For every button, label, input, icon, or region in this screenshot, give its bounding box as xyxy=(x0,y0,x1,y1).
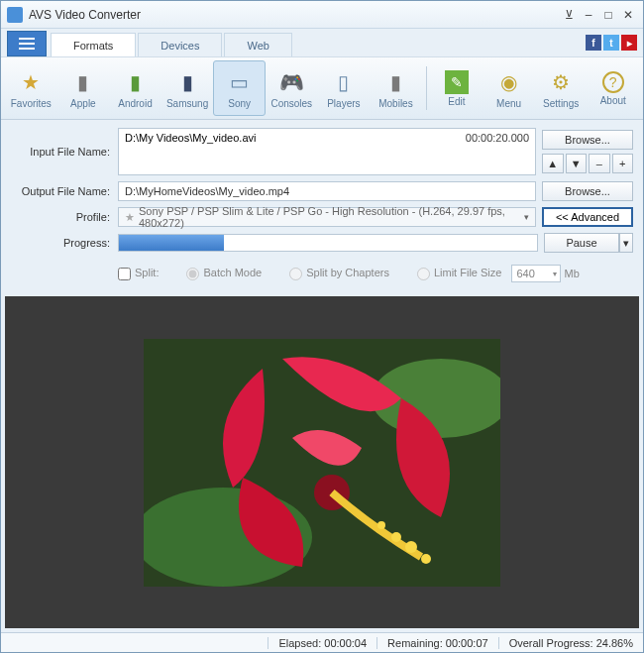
window-title: AVS Video Converter xyxy=(29,8,558,22)
facebook-icon[interactable]: f xyxy=(586,35,601,51)
advanced-button[interactable]: << Advanced xyxy=(542,207,633,227)
form-area: Input File Name: D:\My Videos\My_video.a… xyxy=(1,120,643,296)
profile-combo[interactable]: ★ Sony PSP / PSP Slim & Lite / PSP Go - … xyxy=(118,207,536,227)
input-file-path: D:\My Videos\My_video.avi xyxy=(125,132,256,144)
toolbar-sony[interactable]: ▭Sony xyxy=(213,60,266,116)
svg-point-5 xyxy=(421,554,431,564)
move-down-button[interactable]: ▼ xyxy=(566,154,588,173)
android-device-icon: ▮ xyxy=(121,68,149,96)
apple-device-icon: ▮ xyxy=(69,68,97,96)
edit-icon: ✎ xyxy=(445,70,469,94)
batch-mode-radio[interactable]: Batch Mode xyxy=(186,267,262,280)
app-window: AVS Video Converter ⊻ – □ ✕ Formats Devi… xyxy=(0,0,644,653)
social-links: f t ▸ xyxy=(586,29,643,56)
toolbar-menu[interactable]: ◉Menu xyxy=(483,60,535,116)
progress-label: Progress: xyxy=(11,237,118,249)
close-button[interactable]: ✕ xyxy=(619,7,637,23)
console-icon: 🎮 xyxy=(277,68,305,96)
browse-output-button[interactable]: Browse... xyxy=(542,181,633,201)
gear-icon: ⚙ xyxy=(547,68,575,96)
toolbar-consoles[interactable]: 🎮Consoles xyxy=(266,60,318,116)
toolbar-android[interactable]: ▮Android xyxy=(109,60,161,116)
star-icon: ★ xyxy=(17,68,45,96)
separator xyxy=(426,66,427,110)
video-preview xyxy=(5,296,639,628)
add-file-button[interactable]: + xyxy=(612,154,634,173)
youtube-icon[interactable]: ▸ xyxy=(621,35,637,51)
limit-size-combo[interactable]: 640 xyxy=(511,265,561,282)
sony-device-icon: ▭ xyxy=(226,68,254,96)
star-icon: ★ xyxy=(125,211,135,224)
svg-point-4 xyxy=(405,541,417,553)
input-file-list[interactable]: D:\My Videos\My_video.avi 00:00:20.000 xyxy=(118,128,536,175)
flower-image xyxy=(144,339,500,587)
pause-button[interactable]: Pause xyxy=(544,233,619,253)
profile-text: Sony PSP / PSP Slim & Lite / PSP Go - Hi… xyxy=(139,205,529,229)
toolbar-settings[interactable]: ⚙Settings xyxy=(535,60,588,116)
app-icon xyxy=(7,7,23,23)
player-icon: ▯ xyxy=(330,68,358,96)
minimize-button[interactable]: – xyxy=(580,7,597,23)
main-tabs: Formats Devices Web f t ▸ xyxy=(1,29,643,56)
toolbar-mobiles[interactable]: ▮Mobiles xyxy=(370,60,422,116)
toolbar-players[interactable]: ▯Players xyxy=(318,60,371,116)
status-overall: Overall Progress: 24.86% xyxy=(498,637,643,649)
restore-down-icon[interactable]: ⊻ xyxy=(560,7,578,23)
progress-fill xyxy=(119,235,224,251)
view-toggle-button[interactable] xyxy=(7,31,47,56)
help-icon: ? xyxy=(602,71,624,93)
move-up-button[interactable]: ▲ xyxy=(542,154,564,173)
toolbar-apple[interactable]: ▮Apple xyxy=(57,60,110,116)
progress-bar xyxy=(118,234,538,252)
output-label: Output File Name: xyxy=(11,185,118,197)
statusbar: Elapsed: 00:00:04 Remaining: 00:00:07 Ov… xyxy=(1,632,643,652)
profile-label: Profile: xyxy=(11,211,118,223)
status-remaining: Remaining: 00:00:07 xyxy=(376,637,498,649)
toolbar-edit[interactable]: ✎Edit xyxy=(431,60,483,116)
input-label: Input File Name: xyxy=(11,146,118,158)
list-icon xyxy=(19,38,35,50)
svg-point-7 xyxy=(377,521,385,529)
mobile-icon: ▮ xyxy=(381,68,409,96)
toolbar-favorites[interactable]: ★Favorites xyxy=(5,60,57,116)
split-chapters-radio[interactable]: Split by Chapters xyxy=(289,267,389,280)
limit-size-radio[interactable]: Limit File Size xyxy=(417,267,501,280)
tab-devices[interactable]: Devices xyxy=(138,33,222,56)
svg-point-6 xyxy=(391,532,401,542)
maximize-button[interactable]: □ xyxy=(599,7,617,23)
split-options: Split: Batch Mode Split by Chapters Limi… xyxy=(11,259,633,290)
preview-frame xyxy=(144,339,500,587)
toolbar-samsung[interactable]: ▮Samsung xyxy=(161,60,214,116)
split-checkbox[interactable]: Split: xyxy=(118,267,159,280)
tab-web[interactable]: Web xyxy=(224,33,291,56)
pause-dropdown[interactable]: ▾ xyxy=(619,233,633,253)
tab-formats[interactable]: Formats xyxy=(51,33,136,56)
output-file-input[interactable] xyxy=(118,181,536,201)
input-file-duration: 00:00:20.000 xyxy=(466,132,529,144)
remove-file-button[interactable]: – xyxy=(589,154,610,173)
samsung-device-icon: ▮ xyxy=(173,68,201,96)
twitter-icon[interactable]: t xyxy=(603,35,619,51)
toolbar-about[interactable]: ?About xyxy=(587,60,639,116)
titlebar: AVS Video Converter ⊻ – □ ✕ xyxy=(1,1,643,29)
status-elapsed: Elapsed: 00:00:04 xyxy=(268,637,376,649)
disc-icon: ◉ xyxy=(495,68,523,96)
browse-input-button[interactable]: Browse... xyxy=(542,130,633,150)
device-toolbar: ★Favorites ▮Apple ▮Android ▮Samsung ▭Son… xyxy=(1,56,643,120)
